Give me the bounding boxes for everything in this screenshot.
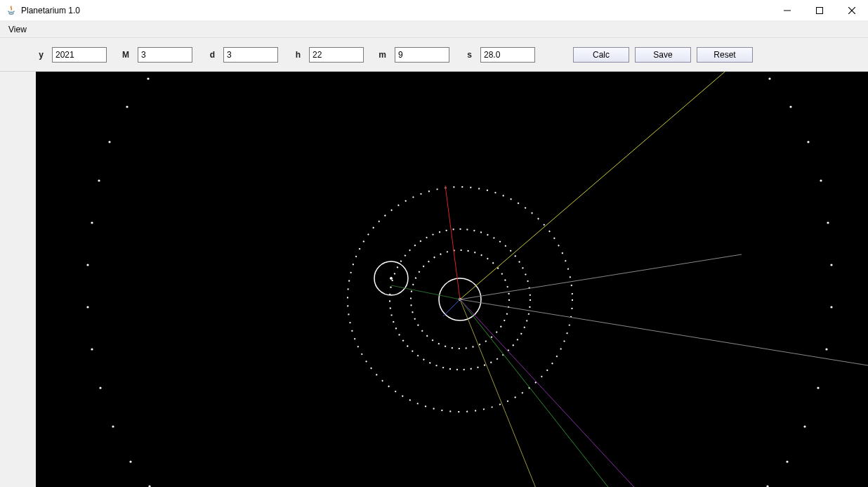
planetarium-canvas[interactable]	[36, 72, 868, 487]
label-hour: h	[284, 50, 303, 60]
label-minute: m	[369, 50, 389, 60]
calc-button[interactable]: Calc	[573, 47, 629, 63]
input-year[interactable]	[52, 47, 107, 63]
input-second[interactable]	[480, 47, 535, 63]
svg-line-14	[460, 299, 613, 487]
close-button[interactable]	[836, 0, 868, 21]
svg-point-40	[817, 387, 819, 389]
toolbar: y M d h m s Calc Save Reset	[0, 38, 868, 72]
svg-point-20	[147, 77, 149, 79]
svg-point-41	[803, 425, 805, 427]
svg-point-28	[99, 387, 101, 389]
svg-point-22	[108, 141, 110, 143]
menu-bar: View	[0, 21, 868, 38]
svg-point-35	[820, 179, 822, 181]
input-day[interactable]	[223, 47, 278, 63]
window-title: Planetarium 1.0	[21, 6, 80, 15]
reset-button[interactable]: Reset	[697, 47, 753, 63]
label-year: y	[7, 50, 46, 60]
minimize-button[interactable]	[771, 0, 803, 21]
input-minute[interactable]	[395, 47, 449, 63]
label-second: s	[455, 50, 475, 60]
svg-rect-1	[817, 7, 823, 13]
svg-line-16	[391, 285, 460, 299]
svg-point-25	[86, 264, 88, 266]
svg-point-34	[807, 141, 809, 143]
svg-point-39	[825, 348, 827, 350]
svg-point-36	[827, 221, 829, 223]
svg-point-21	[126, 105, 128, 108]
svg-line-12	[460, 72, 729, 299]
maximize-button[interactable]	[803, 0, 836, 21]
svg-point-26	[86, 306, 88, 308]
svg-line-13	[460, 299, 538, 487]
save-button[interactable]: Save	[635, 47, 691, 63]
svg-point-30	[129, 460, 131, 462]
svg-point-33	[789, 105, 791, 108]
svg-point-27	[91, 348, 93, 350]
menu-view[interactable]: View	[4, 23, 31, 36]
svg-point-38	[830, 306, 832, 308]
svg-line-17	[443, 299, 460, 316]
svg-point-24	[91, 221, 93, 223]
svg-point-29	[112, 425, 114, 427]
svg-line-15	[460, 299, 640, 487]
svg-line-19	[460, 254, 742, 299]
svg-point-32	[768, 77, 770, 79]
label-month: M	[112, 50, 132, 60]
svg-line-18	[460, 299, 868, 365]
svg-point-37	[830, 264, 832, 266]
title-bar: Planetarium 1.0	[0, 0, 868, 21]
input-hour[interactable]	[309, 47, 364, 63]
svg-point-10	[390, 278, 393, 280]
svg-point-23	[98, 179, 100, 181]
input-month[interactable]	[138, 47, 192, 63]
java-app-icon	[6, 5, 17, 16]
label-day: d	[198, 50, 218, 60]
canvas-area	[0, 72, 868, 487]
svg-point-42	[786, 460, 788, 462]
